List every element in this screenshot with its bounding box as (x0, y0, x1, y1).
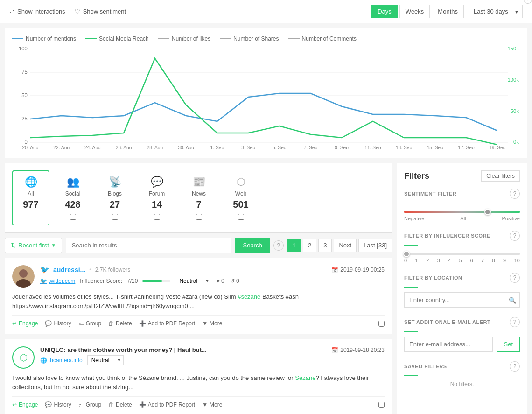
post-card-1: 🐦 audressi... • 2.7K followers 📅 2019-09… (5, 258, 392, 334)
svg-text:150k: 150k (508, 47, 519, 51)
source-tab-forum[interactable]: 💬 Forum 14 (138, 170, 175, 225)
email-title: SET ADDITIONAL E-MAIL ALERT (404, 319, 490, 325)
post-checkbox-1[interactable] (378, 321, 385, 327)
add-pdf-btn-1[interactable]: ➕ Add to PDF Report (139, 320, 195, 327)
forum-checkbox[interactable] (154, 214, 160, 220)
social-checkbox[interactable] (70, 214, 76, 220)
post-checkbox-2[interactable] (378, 402, 385, 408)
sentiment-track (404, 211, 520, 213)
set-email-btn[interactable]: Set (497, 337, 520, 352)
source-tab-news[interactable]: 📰 News 7 (180, 170, 217, 225)
sentiment-help-icon[interactable]: ? (510, 189, 520, 199)
legend-comments: Number of Comments (288, 35, 357, 42)
sentiment-select-2[interactable]: Neutral Positive Negative (87, 355, 124, 365)
delete-btn-2[interactable]: 🗑 Delete (108, 401, 132, 408)
svg-text:30. Aug: 30. Aug (178, 145, 194, 149)
sort-btn[interactable]: ⇅ Recent first ▼ (5, 238, 62, 253)
next-page-btn[interactable]: Next (334, 239, 357, 252)
post-link-2[interactable]: Sezane (295, 374, 315, 381)
history-btn-1[interactable]: 💬 History (45, 320, 71, 327)
page-2-btn[interactable]: 2 (303, 239, 316, 252)
post-link-1[interactable]: #sezane (238, 293, 260, 300)
influencer-help-icon[interactable]: ? (510, 231, 520, 241)
influencer-row-2: 🌐 thcamera.info Neutral Positive Negativ… (40, 355, 385, 365)
pdf-icon-1: ➕ (139, 320, 146, 327)
search-input[interactable] (66, 238, 232, 253)
source-tab-all[interactable]: 🌐 All 977 (12, 170, 49, 225)
svg-text:11. Sep: 11. Sep (364, 145, 381, 149)
post-author-row-2: UNIQLO: are their clothes worth your mon… (40, 346, 385, 353)
legend-likes: Number of likes (158, 35, 210, 42)
svg-text:17. Sep: 17. Sep (458, 145, 475, 149)
web-checkbox[interactable] (238, 214, 244, 220)
svg-text:22. Aug: 22. Aug (53, 145, 70, 149)
retweet-icon-1: ↺ 0 (230, 278, 239, 284)
svg-text:20. Aug: 20. Aug (22, 145, 39, 149)
more-btn-1[interactable]: ▼ More (202, 320, 222, 327)
date-range-select[interactable]: Last 30 days Last 7 days Last 90 days (468, 5, 523, 18)
email-input[interactable] (404, 337, 493, 352)
history-icon-1: 💬 (45, 320, 52, 327)
source-tab-blogs[interactable]: 📡 Blogs 27 (96, 170, 133, 225)
more-btn-2[interactable]: ▼ More (202, 401, 222, 408)
sentiment-select-1[interactable]: Neutral Positive Negative (175, 276, 211, 286)
twitter-bird-icon: 🐦 (40, 265, 49, 274)
post-card-2: ⬡ UNIQLO: are their clothes worth your m… (5, 339, 392, 414)
sentiment-thumb[interactable] (484, 209, 491, 215)
source-tab-web[interactable]: ⬡ Web 501 (222, 170, 259, 225)
influencer-filter-section: FILTER BY INFLUENCER SCORE ? 0 1 2 3 4 5… (404, 231, 520, 263)
author-name-2: UNIQLO: are their clothes worth your mon… (40, 346, 207, 353)
months-btn[interactable]: Months (432, 5, 464, 18)
search-btn[interactable]: Search (235, 238, 269, 253)
svg-text:9. Sep: 9. Sep (335, 145, 349, 149)
days-btn[interactable]: Days (371, 5, 398, 18)
left-panel: 🌐 All 977 👥 Social 428 📡 Blogs 27 💬 Foru… (5, 163, 392, 414)
sentiment-filter-section: SENTIMENT FILTER ? Negative All Positive (404, 189, 520, 221)
saved-underline (404, 375, 418, 376)
email-alert-section: SET ADDITIONAL E-MAIL ALERT ? Set (404, 317, 520, 352)
post-header-2: ⬡ UNIQLO: are their clothes worth your m… (12, 346, 385, 369)
show-sentiment-btn[interactable]: ♡ Show sentiment (75, 8, 126, 15)
engage-btn-1[interactable]: ↩ Engage (12, 320, 38, 327)
last-page-btn[interactable]: Last [33] (358, 239, 392, 252)
saved-help-icon[interactable]: ? (510, 361, 520, 372)
history-btn-2[interactable]: 💬 History (45, 401, 71, 408)
toolbar-right: Days Weeks Months Last 30 days Last 7 da… (371, 5, 523, 18)
post-meta-2: UNIQLO: are their clothes worth your mon… (40, 346, 385, 365)
influencer-thumb[interactable] (403, 251, 410, 257)
location-help-icon[interactable]: ? (510, 273, 520, 283)
influencer-section-header: FILTER BY INFLUENCER SCORE ? (404, 231, 520, 241)
source-tab-social[interactable]: 👥 Social 428 (54, 170, 91, 225)
heart-icon: ♡ (75, 8, 80, 15)
news-checkbox[interactable] (196, 214, 202, 220)
source-link-2[interactable]: 🌐 thcamera.info (40, 357, 83, 364)
show-interactions-btn[interactable]: ⇌ Show interactions (9, 8, 65, 15)
delete-btn-1[interactable]: 🗑 Delete (108, 320, 132, 327)
group-btn-2[interactable]: 🏷 Group (78, 401, 101, 408)
location-filter-section: FILTER BY LOCATION ? 🔍 (404, 273, 520, 308)
post-text-1: Jouer avec les volumes et les styles... … (12, 292, 385, 310)
history-icon-2: 💬 (45, 401, 52, 408)
right-panel: Filters Clear filters SENTIMENT FILTER ?… (397, 163, 527, 414)
svg-point-31 (19, 269, 28, 278)
svg-text:0: 0 (25, 139, 28, 145)
clear-filters-btn[interactable]: Clear filters (481, 170, 520, 182)
search-help-icon[interactable]: ? (273, 240, 284, 251)
engage-btn-2[interactable]: ↩ Engage (12, 401, 38, 408)
location-input[interactable] (404, 292, 520, 308)
influencer-label-1: Influencer Score: (80, 278, 122, 284)
top-toolbar: ⇌ Show interactions ♡ Show sentiment Day… (0, 0, 532, 23)
email-help-icon[interactable]: ? (510, 317, 520, 327)
author-name-1: audressi... (53, 266, 85, 274)
page-1-btn[interactable]: 1 (287, 239, 301, 252)
legend-reach: Social Media Reach (85, 35, 149, 42)
svg-text:28. Aug: 28. Aug (147, 145, 163, 149)
add-pdf-btn-2[interactable]: ➕ Add to PDF Report (139, 401, 195, 408)
blogs-checkbox[interactable] (112, 214, 118, 220)
page-3-btn[interactable]: 3 (318, 239, 332, 252)
weeks-btn[interactable]: Weeks (399, 5, 430, 18)
group-btn-1[interactable]: 🏷 Group (78, 320, 101, 327)
source-link-1[interactable]: 🐦 twitter.com (40, 278, 75, 284)
svg-text:25: 25 (21, 116, 28, 121)
sort-icon: ⇅ (11, 242, 16, 249)
